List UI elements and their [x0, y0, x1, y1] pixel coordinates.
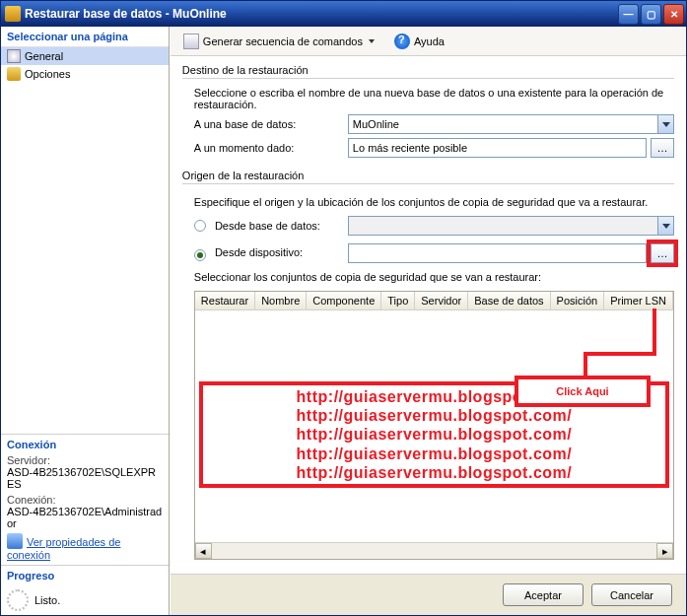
point-in-time-browse-button[interactable]: …: [651, 138, 674, 158]
sidebar: Seleccionar una página General Opciones …: [1, 27, 170, 615]
destination-help: Seleccione o escriba el nombre de una nu…: [182, 87, 674, 110]
connection-label: Conexión:: [7, 494, 163, 506]
window-title: Restaurar base de datos - MuOnline: [25, 7, 618, 21]
backup-sets-label: Seleccionar los conjuntos de copia de se…: [182, 271, 674, 283]
to-point-in-time-label: A un momento dado:: [182, 142, 340, 154]
sidebar-item-label: General: [25, 50, 63, 62]
group-title: Origen de la restauración: [182, 170, 674, 183]
toolbar: Generar secuencia de comandos Ayuda: [171, 27, 686, 56]
destination-group: Destino de la restauración Seleccione o …: [182, 64, 674, 162]
minimize-button[interactable]: —: [618, 4, 639, 25]
col-position[interactable]: Posición: [551, 292, 605, 309]
col-database[interactable]: Base de datos: [468, 292, 550, 309]
grid-header: Restaurar Nombre Componente Tipo Servido…: [195, 292, 673, 310]
col-component[interactable]: Componente: [307, 292, 381, 309]
section-title: Conexión: [7, 439, 163, 450]
button-label: Ayuda: [414, 35, 445, 47]
sidebar-item-options[interactable]: Opciones: [1, 65, 169, 83]
script-icon: [183, 34, 199, 49]
section-title: Progreso: [7, 570, 163, 582]
callout-line: [653, 308, 656, 352]
dialog-window: Restaurar base de datos - MuOnline — ▢ ✕…: [0, 0, 687, 616]
callout-line: [584, 352, 587, 376]
progress-spinner-icon: [7, 589, 29, 611]
callout-line: [587, 352, 656, 356]
from-database-radio-row[interactable]: Desde base de datos:: [182, 220, 340, 232]
chevron-down-icon: [369, 39, 375, 43]
help-icon: [394, 34, 410, 49]
combo-value: MuOnline: [353, 118, 399, 130]
click-here-callout: Click Aqui: [515, 376, 651, 407]
point-in-time-field: Lo más reciente posible: [348, 138, 647, 158]
app-icon: [5, 6, 21, 22]
server-value: ASD-4B25136702E\SQLEXPRES: [7, 466, 163, 490]
scroll-track[interactable]: [212, 543, 656, 559]
horizontal-scrollbar[interactable]: ◂ ▸: [195, 542, 673, 559]
page-icon: [7, 49, 21, 63]
chevron-down-icon[interactable]: [657, 115, 673, 133]
generate-script-button[interactable]: Generar secuencia de comandos: [176, 31, 381, 52]
col-server[interactable]: Servidor: [415, 292, 468, 309]
sidebar-header: Seleccionar una página: [1, 27, 169, 47]
scroll-right-button[interactable]: ▸: [656, 543, 673, 559]
source-help: Especifique el origen y la ubicación de …: [182, 196, 674, 208]
grid-body: http://guiaservermu.blogspot.com/ http:/…: [195, 310, 673, 542]
from-database-radio[interactable]: [194, 220, 206, 232]
from-database-combo: [348, 216, 674, 236]
progress-status: Listo.: [34, 594, 60, 606]
col-restore[interactable]: Restaurar: [195, 292, 255, 309]
group-title: Destino de la restauración: [182, 64, 674, 78]
to-database-combo[interactable]: MuOnline: [348, 114, 674, 134]
col-type[interactable]: Tipo: [381, 292, 415, 309]
radio-label: Desde base de datos:: [215, 220, 320, 232]
chevron-down-icon: [657, 217, 673, 235]
device-browse-button[interactable]: …: [651, 243, 674, 263]
field-value: Lo más reciente posible: [353, 142, 467, 154]
link-icon: [7, 533, 23, 549]
titlebar[interactable]: Restaurar base de datos - MuOnline — ▢ ✕: [1, 1, 686, 27]
page-icon: [7, 67, 21, 81]
main-pane: Generar secuencia de comandos Ayuda Dest…: [170, 27, 686, 615]
dialog-footer: Aceptar Cancelar: [171, 574, 686, 615]
from-device-radio-row[interactable]: Desde dispositivo:: [182, 246, 340, 261]
scroll-left-button[interactable]: ◂: [195, 543, 212, 559]
progress-section: Progreso Listo.: [1, 565, 169, 615]
sidebar-item-general[interactable]: General: [1, 47, 169, 65]
source-group: Origen de la restauración Especifique el…: [182, 170, 674, 560]
col-first-lsn[interactable]: Primer LSN: [604, 292, 673, 309]
connection-value: ASD-4B25136702E\Administrador: [7, 506, 163, 529]
backup-sets-grid[interactable]: Restaurar Nombre Componente Tipo Servido…: [194, 291, 674, 560]
device-path-field[interactable]: [348, 243, 647, 263]
to-database-label: A una base de datos:: [182, 118, 340, 130]
cancel-button[interactable]: Cancelar: [591, 583, 672, 606]
ok-button[interactable]: Aceptar: [503, 583, 584, 606]
maximize-button[interactable]: ▢: [641, 4, 661, 25]
col-name[interactable]: Nombre: [255, 292, 307, 309]
button-label: Generar secuencia de comandos: [203, 35, 363, 47]
close-button[interactable]: ✕: [663, 4, 684, 25]
sidebar-item-label: Opciones: [25, 68, 70, 80]
radio-label: Desde dispositivo:: [215, 246, 303, 258]
help-button[interactable]: Ayuda: [387, 31, 451, 52]
connection-section: Conexión Servidor: ASD-4B25136702E\SQLEX…: [1, 434, 169, 565]
server-label: Servidor:: [7, 454, 163, 466]
from-device-radio[interactable]: [194, 249, 206, 261]
view-connection-properties-link[interactable]: Ver propiedades de conexión: [7, 536, 120, 561]
